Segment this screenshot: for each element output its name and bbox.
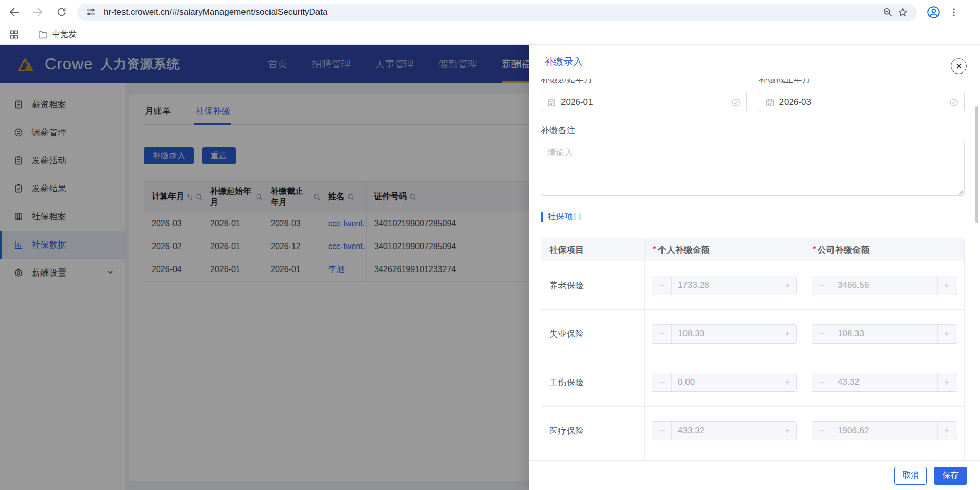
drawer-body: 补缴起始年月 2026-01 补缴截止年月 2026-03 — [529, 79, 980, 460]
save-button[interactable]: 保存 — [934, 467, 967, 485]
browser-toolbar: hr-test.croweit.cn/#/salaryManagement/so… — [0, 0, 980, 24]
personal-amount-stepper: 0.00 — [652, 373, 797, 392]
plus-icon[interactable] — [937, 325, 957, 343]
company-amount-stepper: 3466.56 — [812, 276, 957, 295]
social-row-pension: 养老保险 1733.28 3466.56 — [541, 261, 964, 310]
minus-icon[interactable] — [812, 373, 831, 391]
url-bar[interactable]: hr-test.croweit.cn/#/salaryManagement/so… — [77, 4, 917, 21]
required-asterisk: * — [813, 244, 816, 255]
personal-amount-stepper: 108.33 — [652, 324, 797, 344]
social-items-table: 社保项目 *个人补缴金额 *公司补缴金额 养老保险 1733.28 — [541, 238, 965, 460]
plus-icon[interactable] — [777, 422, 796, 440]
stepper-value[interactable]: 0.00 — [672, 377, 777, 387]
apps-grid-icon[interactable] — [5, 26, 22, 43]
minus-icon[interactable] — [812, 422, 831, 440]
stepper-value[interactable]: 108.33 — [672, 329, 777, 339]
minus-icon[interactable] — [652, 276, 672, 295]
bookmarks-bar: 中竞发 — [0, 24, 980, 45]
minus-icon[interactable] — [812, 276, 831, 295]
stepper-value[interactable]: 108.33 — [831, 329, 937, 339]
bookmark-label: 中竞发 — [52, 29, 77, 40]
profile-avatar-icon[interactable] — [925, 4, 942, 21]
end-month-value: 2026-03 — [779, 97, 811, 107]
section-accent-bar — [541, 212, 543, 222]
circle-check-icon — [949, 98, 958, 107]
col-social-item: 社保项目 — [541, 238, 645, 261]
personal-amount-stepper: 1733.28 — [652, 276, 797, 295]
start-month-value: 2026-01 — [561, 97, 593, 107]
zoom-out-icon[interactable] — [880, 5, 895, 20]
col-personal-amount: *个人补缴金额 — [645, 238, 804, 261]
remark-field — [541, 141, 965, 198]
end-month-picker[interactable]: 2026-03 — [759, 92, 965, 112]
calendar-icon — [766, 98, 774, 107]
social-row-partial — [541, 455, 964, 460]
circle-check-icon — [731, 98, 740, 107]
close-icon[interactable] — [951, 58, 967, 74]
company-amount-stepper: 43.32 — [812, 373, 957, 392]
drawer-title: 补缴录入 — [544, 55, 583, 68]
stepper-value[interactable]: 43.32 — [831, 377, 937, 387]
site-info-icon[interactable] — [83, 5, 99, 20]
bookmarks-divider — [28, 29, 28, 39]
back-icon[interactable] — [6, 4, 23, 21]
start-month-picker[interactable]: 2026-01 — [541, 92, 747, 112]
page-viewport: Crowe 人力资源系统 首页 招聘管理 人事管理 假勤管理 薪酬福利 薪资档案… — [0, 45, 980, 490]
browser-window: hr-test.croweit.cn/#/salaryManagement/so… — [0, 0, 980, 490]
plus-icon[interactable] — [777, 373, 796, 391]
drawer-scrollbar-thumb[interactable] — [975, 106, 978, 223]
bookmark-folder[interactable]: 中竞发 — [34, 27, 81, 42]
personal-amount-stepper: 433.32 — [652, 421, 797, 440]
stepper-value[interactable]: 1733.28 — [672, 280, 777, 290]
chrome-menu-icon[interactable] — [945, 4, 963, 21]
refresh-icon[interactable] — [53, 4, 70, 21]
drawer-footer: 取消 保存 — [529, 460, 980, 490]
remark-label: 补缴备注 — [541, 125, 965, 136]
company-amount-stepper: 1906.62 — [812, 421, 957, 440]
folder-icon — [38, 30, 48, 39]
minus-icon[interactable] — [812, 325, 831, 343]
plus-icon[interactable] — [777, 276, 796, 295]
col-company-amount: *公司补缴金额 — [804, 238, 964, 261]
section-header: 社保项目 — [541, 211, 965, 223]
minus-icon[interactable] — [652, 422, 672, 440]
social-row-injury: 工伤保险 0.00 43.32 — [541, 358, 964, 407]
plus-icon[interactable] — [937, 276, 957, 295]
plus-icon[interactable] — [777, 325, 796, 343]
calendar-icon — [547, 98, 556, 107]
stepper-value[interactable]: 3466.56 — [831, 280, 937, 290]
stepper-value[interactable]: 1906.62 — [831, 426, 937, 436]
plus-icon[interactable] — [937, 373, 957, 391]
supplement-entry-drawer: 补缴录入 补缴起始年月 2026-01 补缴截止年月 — [529, 45, 980, 490]
url-text[interactable]: hr-test.croweit.cn/#/salaryManagement/so… — [104, 7, 880, 17]
date-fields-row: 补缴起始年月 2026-01 补缴截止年月 2026-03 — [541, 79, 965, 112]
social-table-header: 社保项目 *个人补缴金额 *公司补缴金额 — [541, 238, 964, 261]
plus-icon[interactable] — [937, 422, 957, 440]
section-title: 社保项目 — [547, 211, 582, 223]
drawer-header: 补缴录入 — [529, 45, 980, 79]
social-row-medical: 医疗保险 433.32 1906.62 — [541, 407, 964, 455]
stepper-value[interactable]: 433.32 — [672, 426, 777, 436]
minus-icon[interactable] — [652, 373, 672, 391]
bookmark-star-icon[interactable] — [895, 5, 911, 20]
end-month-label: 补缴截止年月 — [759, 79, 965, 85]
minus-icon[interactable] — [652, 325, 672, 343]
social-row-unemployment: 失业保险 108.33 108.33 — [541, 310, 964, 358]
cancel-button[interactable]: 取消 — [894, 467, 927, 485]
required-asterisk: * — [653, 244, 656, 255]
company-amount-stepper: 108.33 — [812, 324, 957, 344]
forward-icon[interactable] — [29, 4, 46, 21]
remark-textarea[interactable] — [541, 141, 965, 196]
start-month-label: 补缴起始年月 — [541, 79, 747, 85]
